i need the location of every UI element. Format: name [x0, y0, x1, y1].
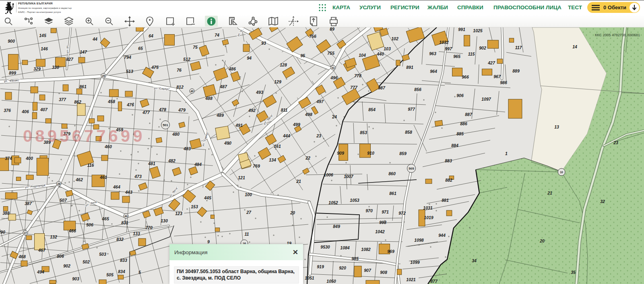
svg-text:900: 900 [8, 39, 15, 44]
svg-text:811: 811 [281, 108, 288, 112]
svg-text:1019: 1019 [424, 215, 433, 220]
svg-text:963: 963 [429, 51, 436, 56]
svg-text:20: 20 [290, 210, 295, 215]
svg-text:756: 756 [309, 34, 316, 39]
svg-text:497: 497 [316, 99, 324, 104]
svg-text:121: 121 [238, 175, 245, 180]
svg-text:483: 483 [183, 146, 191, 151]
svg-text:908: 908 [380, 270, 387, 275]
svg-text:883: 883 [445, 158, 452, 163]
svg-text:44: 44 [92, 37, 97, 41]
svg-text:987: 987 [378, 85, 386, 90]
svg-text:95: 95 [300, 53, 305, 58]
svg-text:74: 74 [215, 33, 219, 37]
svg-text:1025: 1025 [473, 28, 483, 33]
svg-text:886: 886 [460, 121, 467, 126]
svg-text:34: 34 [472, 258, 477, 263]
svg-text:769: 769 [253, 164, 260, 168]
svg-text:499: 499 [293, 122, 300, 127]
svg-text:330: 330 [52, 65, 59, 70]
svg-text:20: 20 [539, 238, 545, 243]
svg-text:40: 40 [190, 90, 194, 93]
svg-text:23: 23 [316, 133, 321, 138]
svg-text:1031: 1031 [423, 205, 433, 210]
svg-text:884: 884 [451, 143, 458, 148]
svg-text:75: 75 [193, 45, 198, 50]
svg-text:132: 132 [50, 234, 57, 239]
svg-text:492: 492 [248, 108, 256, 113]
svg-text:13: 13 [554, 124, 559, 129]
svg-text:862: 862 [74, 100, 81, 104]
svg-text:329: 329 [33, 66, 41, 71]
svg-text:461: 461 [99, 175, 107, 180]
svg-text:997: 997 [445, 46, 452, 51]
svg-text:861: 861 [79, 84, 87, 89]
svg-text:464: 464 [113, 184, 120, 189]
svg-text:902: 902 [479, 46, 486, 50]
svg-text:65: 65 [138, 46, 143, 51]
svg-text:986: 986 [500, 80, 507, 85]
svg-text:881: 881 [442, 198, 449, 203]
svg-text:481: 481 [148, 161, 155, 166]
svg-text:374: 374 [5, 156, 12, 161]
svg-text:9530: 9530 [320, 245, 330, 249]
svg-text:812: 812 [176, 85, 184, 89]
svg-text:1053: 1053 [350, 198, 359, 203]
svg-text:977: 977 [408, 107, 415, 112]
svg-text:427: 427 [487, 60, 495, 65]
svg-text:891: 891 [406, 65, 413, 70]
svg-text:512: 512 [183, 57, 190, 62]
svg-text:1: 1 [505, 151, 508, 156]
svg-text:94: 94 [247, 56, 252, 60]
svg-text:1099: 1099 [410, 260, 420, 265]
svg-text:861: 861 [389, 191, 396, 196]
svg-text:35: 35 [571, 270, 576, 275]
svg-text:116: 116 [87, 163, 94, 168]
svg-text:899: 899 [9, 70, 16, 75]
svg-text:462: 462 [75, 177, 83, 182]
svg-text:477: 477 [142, 110, 150, 115]
svg-text:490: 490 [224, 141, 231, 145]
svg-text:102: 102 [391, 36, 398, 41]
svg-text:27: 27 [24, 232, 27, 234]
svg-text:117: 117 [515, 45, 522, 50]
svg-text:889: 889 [512, 68, 520, 73]
svg-text:885: 885 [456, 131, 464, 136]
svg-text:833: 833 [120, 258, 127, 263]
svg-text:480: 480 [172, 132, 180, 137]
svg-text:507: 507 [60, 198, 67, 203]
svg-text:89: 89 [330, 27, 334, 31]
svg-text:23: 23 [613, 140, 618, 145]
svg-text:902: 902 [63, 263, 70, 268]
svg-text:489: 489 [216, 113, 224, 118]
svg-text:130: 130 [161, 218, 168, 223]
svg-text:903: 903 [72, 276, 79, 281]
svg-text:494: 494 [37, 269, 44, 274]
svg-text:1052: 1052 [328, 200, 338, 205]
svg-text:853: 853 [360, 130, 367, 135]
svg-text:513: 513 [126, 69, 133, 74]
svg-text:970: 970 [365, 208, 373, 213]
svg-text:27: 27 [246, 210, 252, 215]
svg-text:971: 971 [382, 209, 389, 214]
svg-text:486: 486 [228, 66, 236, 71]
svg-text:100: 100 [245, 192, 252, 197]
svg-text:487: 487 [219, 84, 227, 89]
svg-text:831: 831 [121, 220, 128, 225]
svg-text:1098: 1098 [414, 238, 424, 243]
svg-text:944: 944 [438, 233, 446, 238]
svg-text:21: 21 [547, 191, 552, 195]
svg-text:887: 887 [465, 112, 473, 117]
svg-text:496: 496 [330, 75, 338, 80]
svg-text:440: 440 [376, 52, 384, 56]
svg-text:76: 76 [177, 68, 182, 73]
svg-text:1097: 1097 [481, 97, 491, 102]
svg-text:5: 5 [138, 270, 141, 275]
svg-text:145: 145 [39, 33, 46, 38]
svg-text:860: 860 [388, 171, 396, 176]
svg-text:859: 859 [399, 151, 407, 156]
svg-text:28: 28 [57, 182, 60, 185]
svg-text:103: 103 [384, 46, 391, 51]
svg-text:1021: 1021 [406, 277, 416, 282]
svg-text:465: 465 [101, 216, 109, 221]
